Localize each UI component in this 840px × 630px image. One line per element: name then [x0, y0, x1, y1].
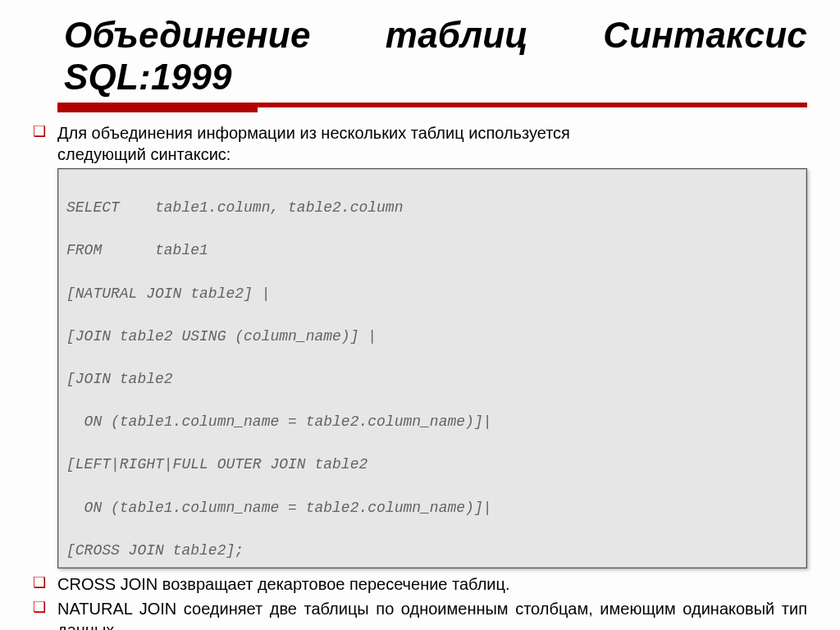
code-line: FROM table1: [66, 240, 798, 261]
code-line: ON (table1.column_name = table2.column_n…: [66, 497, 798, 518]
intro-bullet: Для объединения информации из нескольких…: [33, 122, 807, 165]
sql-code-block: SELECT table1.column, table2.column FROM…: [57, 168, 807, 568]
bullet-cross-join: CROSS JOIN возвращает декартовое пересеч…: [33, 573, 807, 595]
code-line: ON (table1.column_name = table2.column_n…: [66, 411, 798, 432]
bullet-natural-join: NATURAL JOIN соединяет две таблицы по од…: [33, 598, 807, 630]
title-underline: [57, 103, 807, 107]
explanation-list: CROSS JOIN возвращает декартовое пересеч…: [33, 573, 807, 630]
content-list: Для объединения информации из нескольких…: [33, 122, 807, 165]
code-line: [LEFT|RIGHT|FULL OUTER JOIN table2: [66, 454, 798, 475]
code-line: [JOIN table2: [66, 368, 798, 390]
code-line: [CROSS JOIN table2];: [66, 540, 798, 561]
code-line: [NATURAL JOIN table2] |: [66, 283, 798, 304]
code-line: [JOIN table2 USING (column_name)] |: [66, 326, 798, 347]
slide: Объединение таблиц Синтаксис SQL:1999 Дл…: [0, 0, 840, 630]
slide-title: Объединение таблиц Синтаксис SQL:1999: [64, 15, 807, 98]
intro-line1: Для объединения информации из нескольких…: [57, 124, 570, 142]
code-line: SELECT table1.column, table2.column: [66, 197, 798, 218]
intro-line2: следующий синтаксис:: [57, 145, 231, 163]
